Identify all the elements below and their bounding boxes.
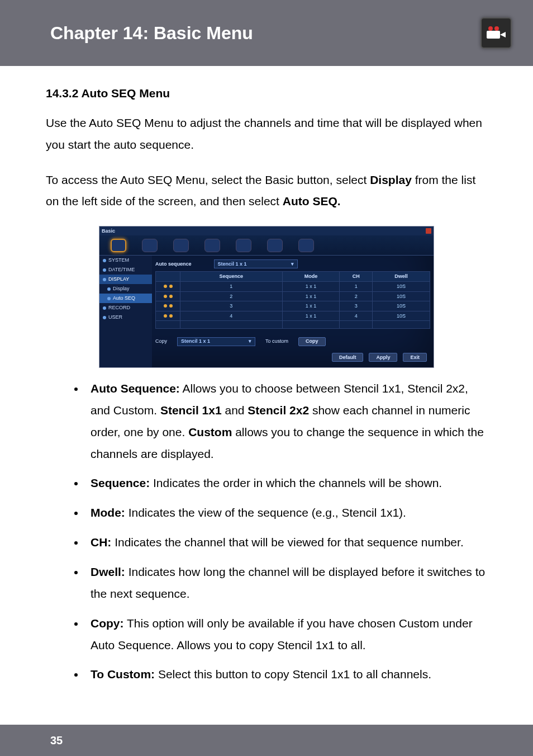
list-item: Copy: This option will only be available… <box>85 613 487 656</box>
sidebar-item-system[interactable]: SYSTEM <box>99 256 152 265</box>
sidebar-item-label: USER <box>108 313 122 322</box>
cell-dwell: 10S <box>373 291 430 301</box>
cell-mode: 1 x 1 <box>282 281 340 291</box>
sidebar-item-label: DISPLAY <box>108 275 129 284</box>
sequence-table: Sequence Mode CH Dwell 1 1 x 1 1 10S <box>155 271 430 329</box>
exit-button[interactable]: Exit <box>403 353 427 362</box>
table-row[interactable]: 2 1 x 1 2 10S <box>156 291 430 301</box>
window-toolbar <box>99 235 434 256</box>
table-row[interactable]: 3 1 x 1 3 10S <box>156 301 430 311</box>
copy-button[interactable]: Copy <box>298 337 326 346</box>
toolbar-icon-1[interactable] <box>111 239 126 252</box>
sidebar-subitem-display[interactable]: Display <box>99 284 152 294</box>
rest: This option will only be available if yo… <box>91 617 473 651</box>
auto-seq-screenshot: Basic SYSTEM DATE/TIME DISPLAY Display A… <box>99 226 434 368</box>
cell-mode: 1 x 1 <box>282 301 340 311</box>
sidebar: SYSTEM DATE/TIME DISPLAY Display Auto SE… <box>99 256 152 367</box>
list-item: Mode: Indicates the view of the sequence… <box>85 502 487 524</box>
rest: Indicates the order in which the channel… <box>150 476 442 489</box>
list-item: CH: Indicates the channel that will be v… <box>85 532 487 554</box>
rest: Indicates how long the channel will be d… <box>91 565 485 600</box>
cell-dwell: 10S <box>373 281 430 291</box>
auto-sequence-dropdown[interactable]: Stencil 1 x 1 ▾ <box>214 259 298 268</box>
term-copy: Copy: <box>91 617 124 630</box>
term-to-custom: To Custom: <box>91 668 155 681</box>
cell-dwell: 10S <box>373 301 430 311</box>
cell-seq: 3 <box>180 301 283 311</box>
table-row-empty <box>156 321 430 329</box>
cell-seq: 1 <box>180 281 283 291</box>
default-button[interactable]: Default <box>332 353 364 362</box>
row-controls[interactable] <box>156 301 180 311</box>
row-controls[interactable] <box>156 281 180 291</box>
sidebar-subitem-autoseq[interactable]: Auto SEQ <box>99 294 152 303</box>
toolbar-icon-2[interactable] <box>142 239 158 252</box>
cell-mode: 1 x 1 <box>282 311 340 321</box>
toolbar-icon-7[interactable] <box>298 239 314 252</box>
sidebar-item-label: DATE/TIME <box>108 265 135 275</box>
apply-button[interactable]: Apply <box>369 353 397 362</box>
window-titlebar: Basic <box>99 226 434 235</box>
table-row[interactable]: 4 1 x 1 4 10S <box>156 311 430 321</box>
auto-sequence-label: Auto sequence <box>155 259 192 269</box>
cell-seq: 2 <box>180 291 283 301</box>
term-dwell: Dwell: <box>91 565 125 578</box>
list-item: Auto Sequence: Allows you to choose betw… <box>85 378 487 465</box>
cell-seq: 4 <box>180 311 283 321</box>
table-header-row: Sequence Mode CH Dwell <box>156 272 430 282</box>
sidebar-item-datetime[interactable]: DATE/TIME <box>99 265 152 275</box>
chevron-down-icon: ▾ <box>291 259 294 269</box>
sidebar-item-label: Auto SEQ <box>113 294 135 303</box>
sidebar-item-user[interactable]: USER <box>99 313 152 322</box>
window-title: Basic <box>102 226 115 236</box>
gear-icon <box>103 259 106 262</box>
bottom-controls: Copy Stencil 1 x 1 ▾ To custom Copy <box>155 337 430 346</box>
user-icon <box>103 316 106 319</box>
cell-ch: 3 <box>340 301 373 311</box>
term-sequence: Sequence: <box>91 476 150 489</box>
list-item: Dwell: Indicates how long the channel wi… <box>85 561 487 605</box>
section-heading: 14.3.2 Auto SEQ Menu <box>46 83 487 105</box>
inline-bold: Stencil 2x2 <box>248 404 309 417</box>
list-item: To Custom: Select this button to copy St… <box>85 664 487 686</box>
dropdown-value: Stencil 1 x 1 <box>218 259 247 269</box>
intro-2a: To access the Auto SEQ Menu, select the … <box>46 173 370 186</box>
cell-mode: 1 x 1 <box>282 291 340 301</box>
cell-ch: 4 <box>340 311 373 321</box>
monitor-icon <box>103 278 106 281</box>
close-icon[interactable] <box>426 228 431 234</box>
chapter-header: Chapter 14: Basic Menu <box>0 0 533 66</box>
toolbar-icon-4[interactable] <box>204 239 220 252</box>
record-icon <box>103 306 106 310</box>
intro-2-bold-autoseq: Auto SEQ. <box>283 195 341 207</box>
cell-dwell: 10S <box>373 311 430 321</box>
sidebar-item-display[interactable]: DISPLAY <box>99 275 152 284</box>
copy-dropdown[interactable]: Stencil 1 x 1 ▾ <box>177 337 255 346</box>
col-header-mode: Mode <box>282 272 340 282</box>
toolbar-icon-3[interactable] <box>173 239 189 252</box>
sidebar-item-label: Display <box>113 284 130 294</box>
intro-paragraph-2: To access the Auto SEQ Menu, select the … <box>46 169 487 213</box>
chevron-down-icon: ▾ <box>249 337 251 346</box>
rest: Select this button to copy Stencil 1x1 t… <box>155 668 431 681</box>
dot-icon <box>107 287 111 291</box>
inline-bold: Custom <box>188 426 232 438</box>
col-header-sequence: Sequence <box>180 272 283 282</box>
row-controls[interactable] <box>156 311 180 321</box>
sidebar-item-label: RECORD <box>108 303 130 313</box>
intro-2-bold-display: Display <box>370 173 412 186</box>
toolbar-icon-5[interactable] <box>236 239 251 252</box>
toolbar-icon-6[interactable] <box>267 239 283 252</box>
copy-label: Copy <box>155 337 167 346</box>
action-buttons: Default Apply Exit <box>155 353 430 362</box>
page-footer: 35 <box>0 725 533 756</box>
term-ch: CH: <box>91 536 111 549</box>
row-controls[interactable] <box>156 291 180 301</box>
page-content: 14.3.2 Auto SEQ Menu Use the Auto SEQ Me… <box>0 66 533 686</box>
term-mode: Mode: <box>91 506 125 519</box>
camera-icon <box>480 17 512 49</box>
definition-list: Auto Sequence: Allows you to choose betw… <box>46 378 487 686</box>
sidebar-item-record[interactable]: RECORD <box>99 303 152 313</box>
table-row[interactable]: 1 1 x 1 1 10S <box>156 281 430 291</box>
copy-dropdown-value: Stencil 1 x 1 <box>181 337 210 346</box>
